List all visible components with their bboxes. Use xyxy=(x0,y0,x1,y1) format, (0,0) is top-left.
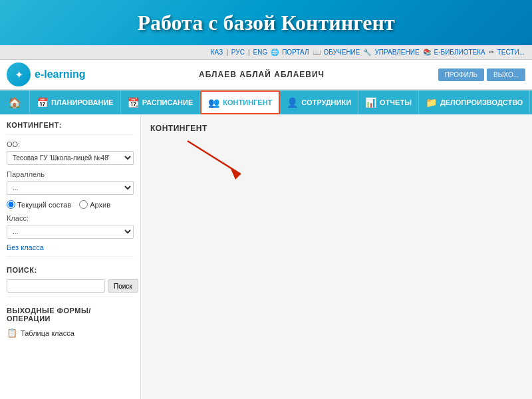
portal-link[interactable]: ПОРТАЛ xyxy=(282,49,309,56)
archive-radio-text: Архив xyxy=(90,201,110,209)
lang-kaz[interactable]: КАЗ xyxy=(211,49,223,56)
divider-1 xyxy=(7,134,134,135)
main-content: КОНТИНГЕНТ xyxy=(141,114,532,399)
divider-3 xyxy=(7,297,134,297)
home-icon: 🏠 xyxy=(8,96,21,109)
content-area: КОНТИНГЕНТ: ОО: Тесовая ГУ 'Школа-лицей … xyxy=(0,114,532,399)
sidebar: КОНТИНГЕНТ: ОО: Тесовая ГУ 'Школа-лицей … xyxy=(0,114,141,399)
portal-icon: 🌐 xyxy=(271,49,279,56)
lang-rus[interactable]: РУС xyxy=(231,49,245,56)
nav-planning[interactable]: 📅 ПЛАНИРОВАНИЕ xyxy=(30,90,121,114)
testing-link[interactable]: ТЕСТИ... xyxy=(497,49,525,56)
utility-bar: КАЗ | РУС | ENG 🌐 ПОРТАЛ 📖 ОБУЧЕНИЕ 🔧 УП… xyxy=(0,45,532,60)
schedule-icon: 📆 xyxy=(128,97,139,108)
top-banner: Работа с базой Контингент xyxy=(0,0,532,45)
logo-area: ✦ e-learning xyxy=(7,63,85,86)
search-section: ПОИСК: Поиск xyxy=(7,266,134,293)
testing-icon: ✏ xyxy=(489,49,494,56)
education-icon: 📖 xyxy=(313,49,321,56)
current-radio[interactable] xyxy=(7,200,15,209)
records-icon: 📁 xyxy=(426,97,437,108)
management-link[interactable]: УПРАВЛЕНИЕ xyxy=(374,49,419,56)
arrow-annotation xyxy=(181,134,261,190)
archive-radio[interactable] xyxy=(79,200,88,209)
header-bar: ✦ e-learning АБЛАЕВ АБЛАЙ АБЛАЕВИЧ ПРОФИ… xyxy=(0,60,532,90)
planning-icon: 📅 xyxy=(37,97,48,108)
header-buttons: ПРОФИЛЬ ВЫХО... xyxy=(438,68,525,81)
user-name: АБЛАЕВ АБЛАЙ АБЛАЕВИЧ xyxy=(85,70,438,79)
sidebar-section-title: КОНТИНГЕНТ: xyxy=(7,121,134,129)
output-section: ВЫХОДНЫЕ ФОРМЫ/ОПЕРАЦИИ 📋 Таблица класса xyxy=(7,307,134,338)
class-label: Класс: xyxy=(7,214,134,222)
reports-icon: 📊 xyxy=(365,97,376,108)
nav-home[interactable]: 🏠 xyxy=(0,90,30,114)
nav-schedule[interactable]: 📆 РАСПИСАНИЕ xyxy=(121,90,201,114)
staff-icon: 👤 xyxy=(287,97,298,108)
oo-label: ОО: xyxy=(7,140,134,148)
banner-title: Работа с базой Контингент xyxy=(137,11,394,35)
oo-select[interactable]: Тесовая ГУ 'Школа-лицей №48' xyxy=(7,151,134,165)
nav-planning-label: ПЛАНИРОВАНИЕ xyxy=(51,98,114,106)
output-item-1[interactable]: 📋 Таблица класса xyxy=(7,328,134,338)
nav-bar: 🏠 📅 ПЛАНИРОВАНИЕ 📆 РАСПИСАНИЕ 👥 КОНТИНГЕ… xyxy=(0,90,532,114)
education-link[interactable]: ОБУЧЕНИЕ xyxy=(324,49,360,56)
output-item-1-icon: 📋 xyxy=(7,328,17,338)
elibrary-link[interactable]: Е-БИБЛИОТЕКА xyxy=(434,49,485,56)
output-item-1-label: Таблица класса xyxy=(21,329,74,337)
elibrary-icon: 📚 xyxy=(423,49,431,56)
search-button[interactable]: Поиск xyxy=(108,279,138,293)
nav-staff[interactable]: 👤 СОТРУДНИКИ xyxy=(280,90,358,114)
search-input[interactable] xyxy=(7,279,105,293)
nav-reports-label: ОТЧЕТЫ xyxy=(380,98,412,106)
nav-schedule-label: РАСПИСАНИЕ xyxy=(142,98,194,106)
divider-2 xyxy=(7,256,134,257)
exit-button[interactable]: ВЫХО... xyxy=(487,68,525,81)
output-title: ВЫХОДНЫЕ ФОРМЫ/ОПЕРАЦИИ xyxy=(7,307,134,323)
profile-button[interactable]: ПРОФИЛЬ xyxy=(438,68,484,81)
logo-text: e-learning xyxy=(35,68,85,80)
current-radio-text: Текущий состав xyxy=(17,201,71,209)
search-row: Поиск xyxy=(7,279,134,293)
no-class-link[interactable]: Без класса xyxy=(7,243,44,251)
archive-radio-label[interactable]: Архив xyxy=(79,200,110,209)
nav-contingent-label: КОНТИНГЕНТ xyxy=(223,98,272,106)
contingent-icon: 👥 xyxy=(208,97,219,108)
current-radio-label[interactable]: Текущий состав xyxy=(7,200,71,209)
svg-line-0 xyxy=(188,141,241,174)
lang-eng[interactable]: ENG xyxy=(253,49,267,56)
nav-reports[interactable]: 📊 ОТЧЕТЫ xyxy=(358,90,419,114)
nav-contingent[interactable]: 👥 КОНТИНГЕНТ xyxy=(200,90,280,114)
class-select[interactable]: ... xyxy=(7,225,134,239)
search-title: ПОИСК: xyxy=(7,266,134,274)
parallel-select[interactable]: ... xyxy=(7,181,134,195)
nav-staff-label: СОТРУДНИКИ xyxy=(301,98,351,106)
main-section-title: КОНТИНГЕНТ xyxy=(150,124,523,133)
nav-records[interactable]: 📁 ДЕЛОПРОИЗВОДСТВО xyxy=(419,90,530,114)
management-icon: 🔧 xyxy=(363,49,371,56)
nav-records-label: ДЕЛОПРОИЗВОДСТВО xyxy=(440,98,523,106)
logo-icon: ✦ xyxy=(7,63,31,86)
status-radio-group: Текущий состав Архив xyxy=(7,200,134,209)
parallel-label: Параллель xyxy=(7,170,134,178)
